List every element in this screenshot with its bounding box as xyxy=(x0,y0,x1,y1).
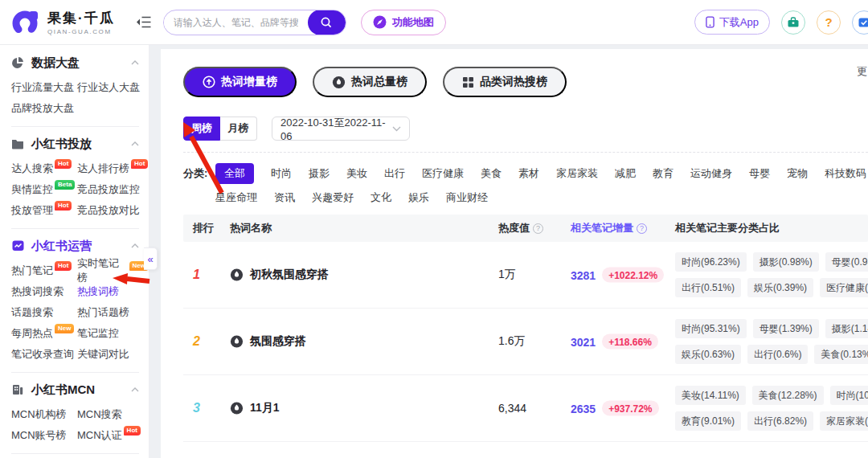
download-app-button[interactable]: 下载App xyxy=(694,10,770,35)
droplet-icon xyxy=(332,76,346,89)
droplet-icon xyxy=(230,268,244,282)
tag-line: 时尚(96.23%)摄影(0.98%)母婴(0.98%) xyxy=(675,252,868,272)
operation-icon xyxy=(11,239,25,253)
section-divider xyxy=(11,228,139,229)
tab-item[interactable]: 热词总量榜 xyxy=(313,67,427,97)
help-icon[interactable]: ? xyxy=(817,10,841,35)
period-option[interactable]: 月榜 xyxy=(220,117,257,141)
filter-chip[interactable]: 减肥 xyxy=(615,166,636,181)
sidebar-section-header[interactable]: 小红书MCN xyxy=(11,377,149,403)
sidebar-item[interactable]: 关键词对比 xyxy=(77,344,149,365)
sidebar-item-label: 竞品投放对比 xyxy=(77,203,140,218)
sidebar-section-header[interactable]: 小红书投放 xyxy=(11,131,149,157)
tab-label: 品类词热搜榜 xyxy=(480,75,547,89)
feature-map-button[interactable]: 功能地图 xyxy=(361,10,446,35)
sidebar-item[interactable]: MCN搜索 xyxy=(77,404,149,425)
sidebar-item-label: 笔记收录查询 xyxy=(11,347,74,362)
sidebar-item[interactable]: 达人排行榜Hot xyxy=(77,158,149,179)
filter-chip[interactable]: 美妆 xyxy=(346,166,367,181)
feature-map-label: 功能地图 xyxy=(392,15,434,30)
sidebar-item[interactable]: 实时笔记榜New xyxy=(77,260,149,281)
increment-pct-badge: +1022.12% xyxy=(602,268,664,283)
keyword-cell[interactable]: 11月1 xyxy=(250,401,280,415)
category-tag: 出行(6.82%) xyxy=(747,411,813,431)
sidebar-collapse-handle[interactable]: « xyxy=(144,247,158,270)
sidebar-item[interactable]: 竞品投放监控 xyxy=(77,179,149,200)
message-icon[interactable] xyxy=(852,10,868,35)
heat-cell: 1万 xyxy=(498,268,516,282)
filter-chip[interactable]: 素材 xyxy=(518,166,539,181)
filter-chip[interactable]: 医疗健康 xyxy=(422,166,464,181)
sidebar-item[interactable]: 话题搜索 xyxy=(11,302,77,323)
filter-chip[interactable]: 兴趣爱好 xyxy=(312,190,354,205)
filter-chip[interactable]: 星座命理 xyxy=(215,190,257,205)
filter-chip[interactable]: 商业财经 xyxy=(446,190,488,205)
sidebar-item[interactable]: 达人搜索Hot xyxy=(11,158,77,179)
filter-chip[interactable]: 全部 xyxy=(215,163,254,184)
sidebar-item[interactable]: 热门笔记Hot xyxy=(11,260,77,281)
sidebar-item-label: 热门话题榜 xyxy=(77,305,129,320)
sidebar-item[interactable]: 笔记收录查询 xyxy=(11,344,77,365)
sidebar-item[interactable]: 热门话题榜 xyxy=(77,302,149,323)
filter-chip[interactable]: 摄影 xyxy=(309,166,330,181)
sidebar-item-label: MCN搜索 xyxy=(77,407,122,422)
rank-cell: 1 xyxy=(193,268,217,282)
sidebar-section-header[interactable]: 小红书运营 xyxy=(11,233,149,259)
increment-help-icon[interactable]: ? xyxy=(637,223,647,234)
sidebar-item[interactable]: 品牌投放大盘 xyxy=(11,98,77,119)
keyword-cell[interactable]: 初秋氛围感穿搭 xyxy=(250,268,329,282)
toolbox-icon[interactable] xyxy=(781,10,805,35)
category-tag: 美食(0.13%) xyxy=(814,345,868,364)
sidebar-item[interactable]: 行业达人大盘 xyxy=(77,77,149,98)
sidebar-item[interactable]: 投放管理Hot xyxy=(11,200,77,221)
sidebar-item-label: 舆情监控 xyxy=(11,182,53,197)
chevron-up-icon xyxy=(131,141,139,146)
period-option[interactable]: 周榜 xyxy=(183,117,220,141)
increment-value[interactable]: 2635 xyxy=(571,402,596,415)
filter-chip[interactable]: 娱乐 xyxy=(408,190,429,205)
filter-chip[interactable]: 出行 xyxy=(384,166,405,181)
filter-chip[interactable]: 美食 xyxy=(481,166,502,181)
sidebar-item[interactable]: 热搜词榜 xyxy=(77,281,149,302)
top-header: 果集·千瓜 QIAN-GUA.COM 功能地图 xyxy=(0,0,868,45)
tab-active[interactable]: 热词增量榜 xyxy=(183,67,297,97)
filter-chip[interactable]: 科技数码 xyxy=(825,166,866,181)
filter-chip[interactable]: 文化 xyxy=(371,190,391,205)
search-input[interactable] xyxy=(164,17,308,28)
chevron-up-icon xyxy=(131,387,139,392)
increment-cell: 3281+1022.12% xyxy=(571,268,664,283)
sidebar-item[interactable]: MCN认证Hot xyxy=(77,425,149,446)
category-tags: 美妆(14.11%)美食(12.28%)时尚(10.57%)教育(9.01%)出… xyxy=(675,386,868,431)
sidebar-item[interactable]: 舆情监控Beta xyxy=(11,179,77,200)
increment-value[interactable]: 3021 xyxy=(571,335,596,348)
sidebar-item[interactable]: MCN账号榜 xyxy=(11,425,77,446)
sidebar-section-items: 达人搜索Hot达人排行榜Hot舆情监控Beta竞品投放监控投放管理Hot竞品投放… xyxy=(11,157,149,224)
new-badge: New xyxy=(55,324,74,333)
sidebar-item[interactable]: 每周热点New xyxy=(11,323,77,344)
keyword-cell[interactable]: 氛围感穿搭 xyxy=(250,334,306,349)
sidebar-item[interactable]: MCN机构榜 xyxy=(11,404,77,425)
tab-item[interactable]: 品类词热搜榜 xyxy=(443,67,567,97)
sidebar-item[interactable]: 热搜词搜索 xyxy=(11,281,77,302)
date-range-select[interactable]: 2022-10-31至2022-11-06 xyxy=(272,117,410,141)
filter-chip[interactable]: 时尚 xyxy=(271,166,292,181)
heat-help-icon[interactable]: ? xyxy=(533,223,543,234)
sidebar-item[interactable]: 行业流量大盘 xyxy=(11,77,77,98)
more-link-partial[interactable]: 更 xyxy=(857,64,867,79)
filter-chip[interactable]: 家居家装 xyxy=(556,166,598,181)
filter-chip[interactable]: 教育 xyxy=(653,166,674,181)
filter-chip[interactable]: 宠物 xyxy=(787,166,808,181)
sidebar-item[interactable]: 竞品投放对比 xyxy=(77,200,149,221)
increment-pct-badge: +118.66% xyxy=(602,334,658,350)
phone-icon xyxy=(706,16,714,28)
section-divider xyxy=(11,126,139,127)
sidebar-section-title: 小红书运营 xyxy=(31,239,131,254)
sidebar-collapse-icon[interactable] xyxy=(136,15,152,29)
filter-chip[interactable]: 母婴 xyxy=(749,166,770,181)
filter-chip[interactable]: 资讯 xyxy=(274,190,295,205)
sidebar-section-header[interactable]: 数据大盘 xyxy=(11,50,149,76)
sidebar-item[interactable]: 笔记监控 xyxy=(77,323,149,344)
filter-chip[interactable]: 运动健身 xyxy=(690,166,732,181)
increment-value[interactable]: 3281 xyxy=(571,268,596,281)
search-button[interactable] xyxy=(308,10,346,35)
